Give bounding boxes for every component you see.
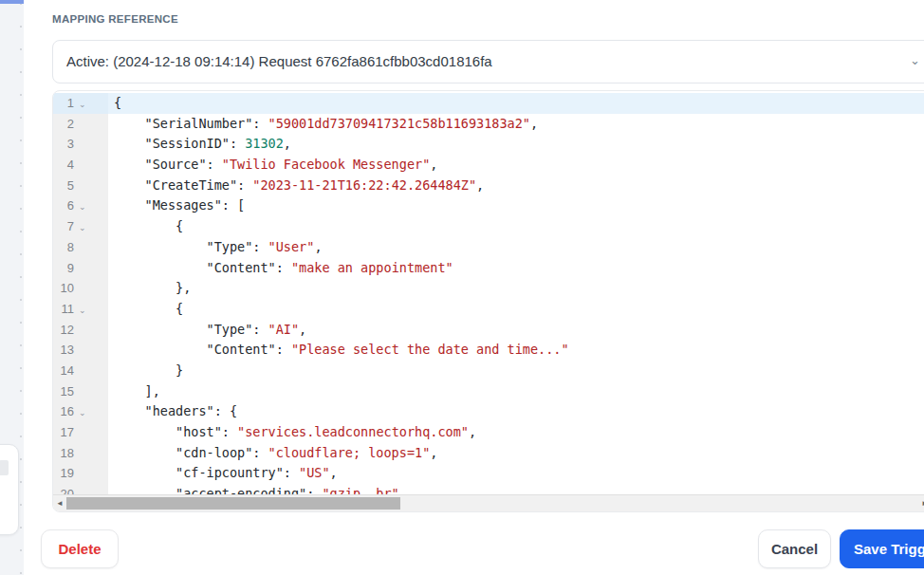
code-line[interactable]: 12 "Type": "AI", [53,320,924,341]
line-number: 4 [53,155,74,176]
line-number: 17 [53,422,74,443]
code-text: "CreateTime": "2023-11-21T16:22:42.26448… [108,176,924,196]
node-chip [0,460,9,475]
line-number: 12 [53,320,74,341]
code-line[interactable]: 3 "SessionID": 31302, [53,134,924,155]
line-number: 19 [53,463,74,484]
gutter-cell: 15 [53,381,108,402]
code-text: "SerialNumber": "59001dd73709417321c58b1… [108,114,924,135]
code-line[interactable]: 19 "cf-ipcountry": "US", [53,463,924,484]
gutter-cell: 17 [53,422,108,443]
gutter-cell: 2 [53,114,108,135]
line-number: 3 [53,134,74,155]
gutter-cell: 19 [53,463,108,484]
gutter-cell: 1⌄ [53,93,108,114]
code-text: "host": "services.leadconnectorhq.com", [108,422,924,443]
code-text: } [108,361,924,381]
gutter-cell: 6⌄ [53,195,108,216]
code-line[interactable]: 11⌄ { [53,299,924,320]
gutter-cell: 13 [53,340,108,361]
line-number: 14 [53,361,74,381]
mapping-reference-select[interactable]: Active: (2024-12-18 09:14:14) Request 67… [52,40,924,83]
line-number: 7 [53,216,74,237]
gutter-cell: 12 [53,320,108,341]
code-line[interactable]: 2 "SerialNumber": "59001dd73709417321c58… [53,114,924,135]
horizontal-scrollbar[interactable]: ◄ ► [53,494,924,511]
code-line[interactable]: 14 } [53,361,924,381]
fold-arrow-icon[interactable]: ⌄ [79,197,86,218]
json-code-editor[interactable]: 1⌄{2 "SerialNumber": "59001dd73709417321… [52,90,924,512]
gutter-cell: 5 [53,176,108,196]
code-text: "Type": "AI", [108,320,924,341]
line-number: 18 [53,443,74,464]
line-number: 15 [53,381,74,402]
delete-button[interactable]: Delete [41,529,119,568]
code-line[interactable]: 5 "CreateTime": "2023-11-21T16:22:42.264… [53,176,924,196]
code-text: "cdn-loop": "cloudflare; loops=1", [108,443,924,464]
save-trigger-button[interactable]: Save Trigger [840,529,924,568]
chevron-down-icon: ⌄ [910,53,920,67]
gutter-cell: 4 [53,155,108,176]
line-number: 13 [53,340,74,361]
code-line[interactable]: 9 "Content": "make an appointment" [53,258,924,279]
gutter-cell: 8 [53,237,108,258]
code-text: }, [108,278,924,299]
workflow-node-card [0,444,19,535]
gutter-cell: 11⌄ [53,299,108,320]
code-lines: 1⌄{2 "SerialNumber": "59001dd73709417321… [53,93,924,496]
scrollbar-thumb[interactable] [66,497,400,510]
code-text: "headers": { [108,401,924,422]
code-line[interactable]: 1⌄{ [53,93,924,114]
line-number: 6 [53,195,74,216]
code-line[interactable]: 6⌄ "Messages": [ [53,195,924,216]
code-line[interactable]: 15 ], [53,381,924,402]
code-text: "cf-ipcountry": "US", [108,463,924,484]
mapping-reference-label: MAPPING REFERENCE [52,13,178,25]
code-text: "Content": "make an appointment" [108,258,924,279]
code-text: "SessionID": 31302, [108,134,924,155]
code-text: { [108,299,924,320]
code-text: "Messages": [ [108,195,924,216]
code-line[interactable]: 8 "Type": "User", [53,237,924,258]
line-number: 11 [53,299,74,320]
gutter-cell: 9 [53,258,108,279]
fold-arrow-icon[interactable]: ⌄ [79,218,86,239]
scroll-left-arrow-icon[interactable]: ◄ [56,499,64,508]
line-number: 1 [53,93,74,114]
gutter-cell: 10 [53,278,108,299]
code-line[interactable]: 4 "Source": "Twilio Facebook Messenger", [53,155,924,176]
code-text: "Source": "Twilio Facebook Messenger", [108,155,924,176]
gutter-cell: 18 [53,443,108,464]
line-number: 9 [53,258,74,279]
code-text: "Type": "User", [108,237,924,258]
code-line[interactable]: 13 "Content": "Please select the date an… [53,340,924,361]
code-line[interactable]: 7⌄ { [53,216,924,237]
line-number: 5 [53,176,74,196]
code-text: ], [108,381,924,402]
fold-arrow-icon[interactable]: ⌄ [79,95,86,116]
code-text: "Content": "Please select the date and t… [108,340,924,361]
cancel-button[interactable]: Cancel [758,529,831,568]
code-line[interactable]: 18 "cdn-loop": "cloudflare; loops=1", [53,443,924,464]
gutter-cell: 7⌄ [53,216,108,237]
gutter-cell: 3 [53,134,108,155]
gutter-cell: 14 [53,361,108,381]
accent-bar [0,0,27,4]
code-line[interactable]: 17 "host": "services.leadconnectorhq.com… [53,422,924,443]
line-number: 10 [53,278,74,299]
line-number: 2 [53,114,74,135]
gutter-cell: 16⌄ [53,401,108,422]
code-line[interactable]: 10 }, [53,278,924,299]
trigger-settings-panel: MAPPING REFERENCE Active: (2024-12-18 09… [24,0,924,575]
code-text: { [108,93,924,114]
fold-arrow-icon[interactable]: ⌄ [79,403,86,424]
code-line[interactable]: 16⌄ "headers": { [53,401,924,422]
line-number: 16 [53,401,74,422]
fold-arrow-icon[interactable]: ⌄ [79,301,86,322]
mapping-reference-value: Active: (2024-12-18 09:14:14) Request 67… [66,41,492,83]
code-text: { [108,216,924,237]
line-number: 8 [53,237,74,258]
